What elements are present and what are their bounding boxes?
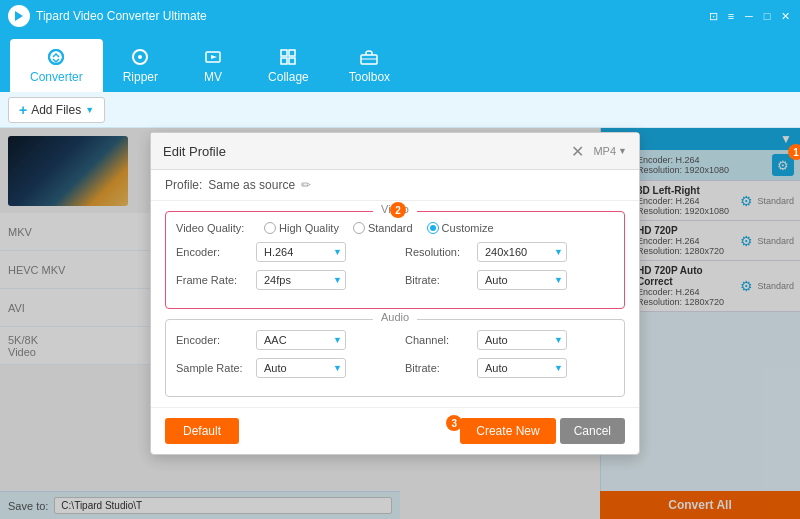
format-label-modal: MP4: [593, 145, 616, 157]
close-button[interactable]: ✕: [778, 9, 792, 23]
window-controls: ⊡ ≡ ─ □ ✕: [706, 9, 792, 23]
quality-standard-label: Standard: [368, 222, 413, 234]
app-title: Tipard Video Converter Ultimate: [36, 9, 706, 23]
nav-mv-label: MV: [204, 70, 222, 84]
nav-converter[interactable]: Converter: [10, 39, 103, 92]
profile-label: Profile:: [165, 178, 202, 192]
audio-encoder-channel-row: Encoder: AAC ▼ Channel: Auto: [176, 330, 614, 350]
svg-rect-9: [289, 58, 295, 64]
framerate-half: Frame Rate: 24fps ▼: [176, 270, 395, 290]
audio-encoder-select[interactable]: AAC: [256, 330, 346, 350]
title-bar: Tipard Video Converter Ultimate ⊡ ≡ ─ □ …: [0, 0, 800, 32]
message-icon[interactable]: ⊡: [706, 9, 720, 23]
video-quality-label: Video Quality:: [176, 222, 256, 234]
framerate-select[interactable]: 24fps: [256, 270, 346, 290]
bitrate-select-wrap: Auto ▼: [477, 270, 567, 290]
nav-toolbox-label: Toolbox: [349, 70, 390, 84]
quality-customize-label: Customize: [442, 222, 494, 234]
default-button[interactable]: Default: [165, 418, 239, 444]
quality-high[interactable]: High Quality: [264, 222, 339, 234]
nav-bar: Converter Ripper MV Collage Toolbox: [0, 32, 800, 92]
encoder-select-wrap: H.264 ▼: [256, 242, 346, 262]
quality-radio-group: High Quality Standard Customize: [264, 222, 614, 234]
radio-customize-circle: [427, 222, 439, 234]
nav-converter-label: Converter: [30, 70, 83, 84]
minimize-button[interactable]: ─: [742, 9, 756, 23]
dropdown-arrow-icon: ▼: [85, 105, 94, 115]
bitrate-half: Bitrate: Auto ▼: [395, 270, 614, 290]
channel-label: Channel:: [405, 334, 477, 346]
encoder-select[interactable]: H.264: [256, 242, 346, 262]
modal-close-button[interactable]: ✕: [567, 141, 587, 161]
nav-ripper[interactable]: Ripper: [103, 39, 178, 92]
video-section: Video Video Quality: High Quality Standa…: [165, 211, 625, 309]
samplerate-label: Sample Rate:: [176, 362, 256, 374]
radio-standard-circle: [353, 222, 365, 234]
nav-collage-label: Collage: [268, 70, 309, 84]
collage-icon: [278, 47, 298, 67]
audio-bitrate-label: Bitrate:: [405, 362, 477, 374]
edit-profile-modal: Edit Profile 2 ✕ MP4 ▼ Profile: Same as …: [150, 132, 640, 455]
profile-value: Same as source: [208, 178, 295, 192]
resolution-select-wrap: 240x160 ▼: [477, 242, 567, 262]
framerate-bitrate-row: Frame Rate: 24fps ▼ Bitrate: Auto: [176, 270, 614, 290]
samplerate-select-wrap: Auto ▼: [256, 358, 346, 378]
edit-profile-icon[interactable]: ✏: [301, 178, 311, 192]
resolution-select[interactable]: 240x160: [477, 242, 567, 262]
svg-rect-6: [281, 50, 287, 56]
channel-half: Channel: Auto ▼: [395, 330, 614, 350]
nav-collage[interactable]: Collage: [248, 39, 329, 92]
plus-icon: +: [19, 102, 27, 118]
audio-section-title: Audio: [373, 311, 417, 323]
resolution-half: Resolution: 240x160 ▼: [395, 242, 614, 262]
encoder-label: Encoder:: [176, 246, 256, 258]
resolution-label: Resolution:: [405, 246, 477, 258]
audio-encoder-label: Encoder:: [176, 334, 256, 346]
add-files-label: Add Files: [31, 103, 81, 117]
quality-high-label: High Quality: [279, 222, 339, 234]
modal-overlay: Edit Profile 2 ✕ MP4 ▼ Profile: Same as …: [0, 128, 800, 519]
cancel-button[interactable]: Cancel: [560, 418, 625, 444]
audio-bitrate-select[interactable]: Auto: [477, 358, 567, 378]
quality-standard[interactable]: Standard: [353, 222, 413, 234]
svg-rect-8: [281, 58, 287, 64]
quality-customize[interactable]: Customize: [427, 222, 494, 234]
create-new-button[interactable]: Create New: [460, 418, 555, 444]
maximize-button[interactable]: □: [760, 9, 774, 23]
toolbox-icon: [359, 47, 379, 67]
audio-encoder-select-wrap: AAC ▼: [256, 330, 346, 350]
samplerate-half: Sample Rate: Auto ▼: [176, 358, 395, 378]
svg-rect-7: [289, 50, 295, 56]
svg-point-4: [138, 55, 142, 59]
ripper-icon: [130, 47, 150, 67]
audio-bitrate-select-wrap: Auto ▼: [477, 358, 567, 378]
encoder-half: Encoder: H.264 ▼: [176, 242, 395, 262]
radio-high-circle: [264, 222, 276, 234]
mv-icon: [203, 47, 223, 67]
menu-icon[interactable]: ≡: [724, 9, 738, 23]
bitrate-select[interactable]: Auto: [477, 270, 567, 290]
svg-marker-0: [15, 11, 23, 21]
converter-icon: [46, 47, 66, 67]
bitrate-label: Bitrate:: [405, 274, 477, 286]
samplerate-select[interactable]: Auto: [256, 358, 346, 378]
action-buttons: 3 Create New Cancel: [446, 418, 625, 444]
channel-select-wrap: Auto ▼: [477, 330, 567, 350]
toolbar: + Add Files ▼: [0, 92, 800, 128]
channel-select[interactable]: Auto: [477, 330, 567, 350]
samplerate-audiobitrate-row: Sample Rate: Auto ▼ Bitrate: Auto: [176, 358, 614, 378]
audio-encoder-half: Encoder: AAC ▼: [176, 330, 395, 350]
encoder-resolution-row: Encoder: H.264 ▼ Resolution: 240x160: [176, 242, 614, 262]
badge-1: 1: [788, 144, 800, 160]
modal-profile-row: Profile: Same as source ✏: [151, 170, 639, 201]
modal-format-arrow: ▼: [618, 146, 627, 156]
modal-title: Edit Profile: [163, 144, 226, 159]
app-logo: [8, 5, 30, 27]
nav-toolbox[interactable]: Toolbox: [329, 39, 410, 92]
video-quality-row: Video Quality: High Quality Standard: [176, 222, 614, 234]
badge-2: 2: [390, 202, 406, 218]
audio-section: Audio Encoder: AAC ▼ Channel:: [165, 319, 625, 397]
add-files-button[interactable]: + Add Files ▼: [8, 97, 105, 123]
framerate-label: Frame Rate:: [176, 274, 256, 286]
nav-mv[interactable]: MV: [178, 39, 248, 92]
